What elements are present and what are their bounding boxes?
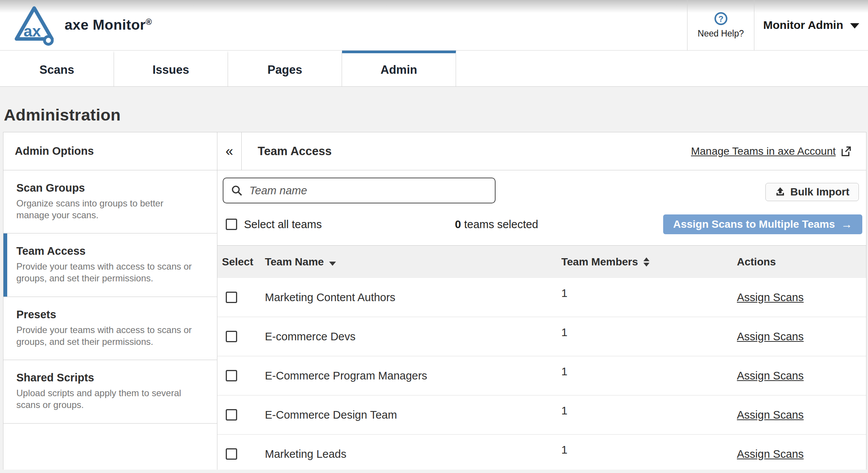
arrow-right-icon: → (841, 218, 852, 231)
brand-name: axe Monitor® (65, 17, 152, 33)
sidebar-item-scan-groups[interactable]: Scan Groups Organize scans into groups t… (3, 170, 217, 233)
row-checkbox[interactable] (226, 370, 237, 381)
user-menu-label: Monitor Admin (763, 19, 843, 32)
column-header-team-members-label: Team Members (561, 256, 638, 268)
bulk-import-button[interactable]: Bulk Import (765, 183, 859, 201)
search-icon (231, 185, 242, 196)
admin-options-sidebar: Admin Options Scan Groups Organize scans… (3, 132, 217, 470)
selected-count-suffix: teams selected (461, 218, 538, 230)
assign-scans-link[interactable]: Assign Scans (737, 370, 804, 382)
sort-both-icon (643, 257, 649, 267)
table-row: Marketing Content Authors 1 Assign Scans (217, 278, 866, 317)
table-header-row: Select Team Name Team Members Actions (217, 246, 866, 278)
select-all-label: Select all teams (244, 218, 322, 231)
team-members-count: 1 (556, 395, 731, 417)
team-members-count: 1 (556, 435, 731, 456)
header-right: ? Need Help? Monitor Admin (687, 0, 868, 50)
sidebar-item-title: Shared Scripts (16, 371, 204, 384)
row-checkbox[interactable] (226, 409, 237, 421)
content-header: « Team Access Manage Teams in axe Accoun… (217, 132, 866, 170)
assign-scans-multiple-teams-button[interactable]: Assign Scans to Multiple Teams → (663, 214, 862, 234)
registered-mark: ® (146, 17, 152, 27)
team-members-count: 1 (556, 278, 731, 300)
need-help-button[interactable]: ? Need Help? (687, 0, 754, 50)
sort-descending-icon (329, 262, 336, 266)
content-title: Team Access (258, 144, 332, 158)
page-title: Administration (3, 87, 868, 132)
row-checkbox[interactable] (226, 292, 237, 303)
sidebar-item-title: Scan Groups (16, 182, 204, 194)
column-header-team-name-label: Team Name (265, 256, 324, 268)
table-row: E-Commerce Design Team 1 Assign Scans (217, 395, 866, 435)
team-access-content: « Team Access Manage Teams in axe Accoun… (217, 132, 866, 470)
select-all-checkbox[interactable] (226, 219, 237, 230)
admin-panel: Admin Options Scan Groups Organize scans… (3, 132, 866, 470)
main-nav: Scans Issues Pages Admin (0, 51, 868, 87)
table-row: E-Commerce Program Managers 1 Assign Sca… (217, 356, 866, 395)
collapse-sidebar-button[interactable]: « (217, 132, 242, 170)
selected-count: 0 teams selected (455, 218, 538, 231)
tab-admin[interactable]: Admin (342, 51, 456, 86)
upload-icon (775, 187, 786, 197)
chevron-down-icon (850, 23, 859, 29)
team-name: Marketing Content Authors (259, 291, 556, 304)
manage-teams-link-label: Manage Teams in axe Account (691, 145, 836, 157)
column-header-select: Select (217, 256, 259, 268)
tab-issues[interactable]: Issues (114, 51, 228, 86)
app-header: ax axe Monitor® ? Need Help? Monitor Adm… (0, 0, 868, 51)
assign-scans-link[interactable]: Assign Scans (737, 330, 804, 343)
active-indicator-bar (3, 233, 7, 296)
sidebar-item-presets[interactable]: Presets Provide your teams with access t… (3, 297, 217, 360)
sidebar-item-description: Provide your teams with access to scans … (16, 261, 195, 284)
team-search-box (223, 178, 496, 203)
sidebar-item-title: Presets (16, 308, 204, 321)
column-header-team-name[interactable]: Team Name (259, 256, 556, 268)
team-members-count: 1 (556, 356, 731, 378)
sidebar-item-team-access[interactable]: Team Access Provide your teams with acce… (3, 233, 217, 297)
row-checkbox[interactable] (226, 331, 237, 342)
sidebar-title: Admin Options (3, 132, 217, 170)
selected-count-number: 0 (455, 218, 461, 230)
user-menu-button[interactable]: Monitor Admin (754, 0, 868, 50)
sidebar-item-shared-scripts[interactable]: Shared Scripts Upload scripts and apply … (3, 360, 217, 423)
sidebar-item-description: Organize scans into groups to better man… (16, 198, 195, 221)
row-checkbox[interactable] (226, 448, 237, 460)
assign-scans-link[interactable]: Assign Scans (737, 448, 804, 460)
question-circle-icon: ? (714, 12, 728, 25)
external-link-icon (840, 146, 852, 157)
assign-scans-link[interactable]: Assign Scans (737, 291, 804, 303)
manage-teams-link[interactable]: Manage Teams in axe Account (691, 145, 852, 157)
toolbar: Bulk Import (217, 170, 866, 203)
assign-scans-link[interactable]: Assign Scans (737, 409, 804, 421)
select-all-row: Select all teams 0 teams selected Assign… (217, 203, 866, 246)
sidebar-item-description: Upload scripts and apply them to several… (16, 387, 195, 411)
team-members-count: 1 (556, 317, 731, 339)
main-area: Administration Admin Options Scan Groups… (0, 87, 868, 470)
axe-logo-icon: ax (13, 4, 55, 46)
brand: ax axe Monitor® (13, 4, 152, 46)
team-name: E-commerce Devs (259, 330, 556, 343)
svg-text:ax: ax (24, 22, 41, 40)
assign-button-label: Assign Scans to Multiple Teams (673, 218, 835, 230)
tab-pages[interactable]: Pages (228, 51, 342, 86)
team-search-input[interactable] (249, 184, 489, 197)
team-name: Marketing Leads (259, 448, 556, 460)
need-help-label: Need Help? (698, 29, 744, 39)
column-header-team-members[interactable]: Team Members (556, 256, 731, 268)
tab-scans[interactable]: Scans (0, 51, 114, 86)
column-header-actions: Actions (731, 256, 866, 268)
bulk-import-label: Bulk Import (790, 186, 849, 198)
table-row: Marketing Leads 1 Assign Scans (217, 435, 866, 470)
team-name: E-Commerce Program Managers (259, 370, 556, 382)
team-name: E-Commerce Design Team (259, 409, 556, 421)
sidebar-item-description: Provide your teams with access to scans … (16, 324, 195, 348)
svg-text:?: ? (718, 14, 723, 24)
teams-table: Select Team Name Team Members Actions Ma… (217, 246, 866, 470)
sidebar-item-title: Team Access (16, 245, 204, 257)
table-row: E-commerce Devs 1 Assign Scans (217, 317, 866, 356)
